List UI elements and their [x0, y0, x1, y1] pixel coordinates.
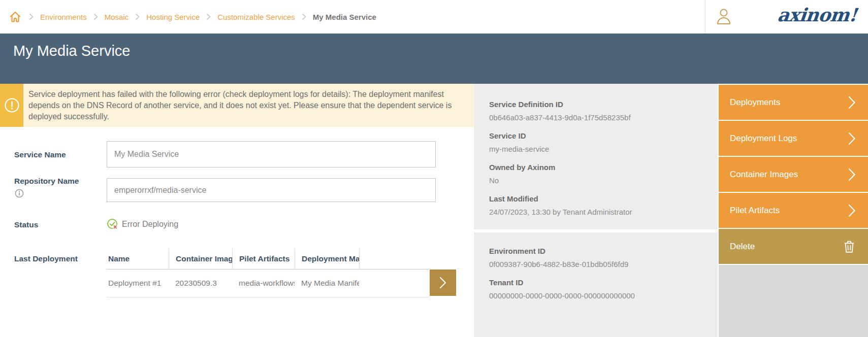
service-name-input[interactable]	[107, 141, 436, 167]
cell-pilet-artifacts: media-workflows@…	[232, 279, 295, 288]
check-circle-error-icon	[107, 218, 118, 230]
status-value: Error Deploying	[122, 220, 178, 229]
deployments-table: Name Container Image… Pilet Artifacts De…	[107, 248, 429, 297]
chevron-right-icon	[206, 13, 211, 20]
table-header-row: Name Container Image… Pilet Artifacts De…	[107, 248, 429, 269]
table-header-pilet-artifacts: Pilet Artifacts	[232, 248, 295, 269]
table-header-actions	[359, 248, 429, 269]
breadcrumb-item-customizable-services[interactable]: Customizable Services	[217, 13, 295, 21]
table-header-deployment-manifest: Deployment Ma…	[295, 248, 359, 269]
home-icon[interactable]	[8, 10, 22, 24]
topbar-divider	[705, 0, 705, 33]
container-images-button-label: Container Images	[730, 170, 798, 180]
chevron-right-icon	[848, 131, 856, 146]
deployment-logs-button[interactable]: Deployment Logs	[719, 121, 868, 156]
pilet-artifacts-button[interactable]: Pilet Artifacts	[719, 193, 868, 228]
chevron-right-icon	[848, 167, 856, 182]
chevron-right-icon	[93, 13, 98, 20]
actions-panel-footer	[719, 265, 868, 337]
breadcrumb-item-environments[interactable]: Environments	[40, 13, 87, 21]
chevron-right-icon	[848, 204, 856, 218]
page-title: My Media Service	[13, 43, 130, 59]
breadcrumb-current: My Media Service	[313, 13, 376, 21]
trash-icon	[843, 240, 856, 254]
details-section-environment: Environment ID 0f009387-90b6-4882-b83e-0…	[474, 232, 718, 337]
page-header: My Media Service	[0, 33, 868, 84]
detail-label: Service Definition ID	[489, 99, 708, 110]
container-images-button[interactable]: Container Images	[719, 157, 868, 192]
chevron-right-icon	[302, 13, 306, 20]
chevron-right-icon	[848, 95, 856, 110]
deployments-button[interactable]: Deployments	[719, 85, 868, 120]
pilet-artifacts-button-label: Pilet Artifacts	[730, 206, 780, 216]
detail-value: my-media-service	[489, 144, 708, 154]
status-value-row: Error Deploying	[107, 218, 178, 230]
warning-banner: Service deployment has failed with the f…	[0, 84, 474, 127]
detail-value: 0f009387-90b6-4882-b83e-01bdb05f6fd9	[489, 259, 708, 269]
detail-value: 00000000-0000-0000-0000-000000000000	[489, 291, 708, 301]
cell-container-image: 20230509.3	[169, 279, 232, 288]
warning-banner-strip	[0, 84, 23, 127]
repository-name-label: Repository Name	[14, 177, 79, 186]
cell-name: Deployment #1	[107, 279, 169, 288]
detail-value: No	[489, 176, 708, 186]
detail-label: Owned by Axinom	[489, 162, 708, 173]
warning-banner-text: Service deployment has failed with the f…	[23, 84, 474, 127]
chevron-right-icon	[29, 13, 34, 20]
detail-label: Environment ID	[489, 246, 708, 256]
info-icon[interactable]	[15, 189, 24, 198]
status-label: Status	[14, 220, 38, 229]
alert-circle-icon	[4, 97, 20, 113]
app-window: Environments Mosaic Hosting Service Cust…	[0, 0, 868, 337]
detail-label: Last Modified	[489, 194, 708, 204]
table-row[interactable]: Deployment #1 20230509.3 media-workflows…	[107, 269, 429, 297]
service-name-label: Service Name	[14, 150, 66, 159]
repository-name-input[interactable]	[107, 178, 436, 202]
actions-panel: Deployments Deployment Logs Container Im…	[719, 85, 868, 265]
axinom-logo: axinom!	[777, 4, 858, 25]
delete-button-label: Delete	[730, 242, 755, 252]
detail-value: 24/07/2023, 13:30 by Tenant Administrato…	[489, 207, 708, 217]
cell-deployment-manifest: My Media Manifest…	[295, 279, 359, 288]
row-open-button[interactable]	[430, 269, 456, 296]
last-deployment-label: Last Deployment	[14, 254, 78, 263]
detail-label: Tenant ID	[489, 278, 708, 288]
breadcrumb-item-hosting-service[interactable]: Hosting Service	[146, 13, 200, 21]
table-header-name: Name	[107, 248, 169, 269]
breadcrumb: Environments Mosaic Hosting Service Cust…	[8, 0, 376, 33]
detail-label: Service ID	[489, 131, 708, 141]
detail-value: 0b646a03-a837-4413-9d0a-1f75d58235bf	[489, 113, 708, 123]
delete-button[interactable]: Delete	[719, 229, 868, 264]
chevron-right-icon	[135, 13, 140, 20]
deployments-button-label: Deployments	[730, 97, 780, 108]
topbar: Environments Mosaic Hosting Service Cust…	[0, 0, 868, 33]
user-icon[interactable]	[716, 8, 732, 26]
details-section-service: Service Definition ID 0b646a03-a837-4413…	[474, 84, 718, 229]
deployment-logs-button-label: Deployment Logs	[730, 133, 797, 144]
chevron-right-icon	[439, 277, 446, 289]
table-header-container-image: Container Image…	[169, 248, 232, 269]
breadcrumb-item-mosaic[interactable]: Mosaic	[105, 13, 129, 21]
